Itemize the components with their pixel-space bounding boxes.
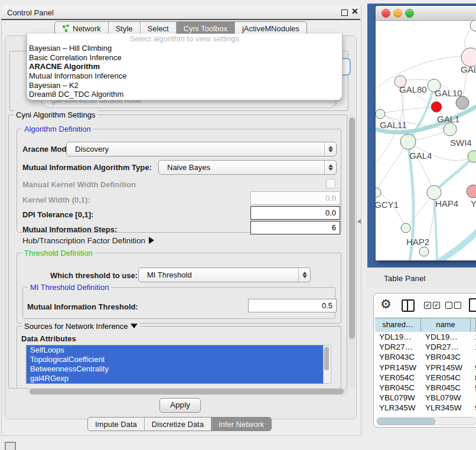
tab-discretize-data[interactable]: Discretize Data <box>145 418 211 431</box>
table-row[interactable]: YER054CYER054C8. <box>375 373 476 383</box>
aracne-mode-combo[interactable]: Discovery <box>66 142 337 156</box>
tab-infer-network[interactable]: Infer Network <box>211 418 271 431</box>
table-cell: YDL19… <box>375 332 421 342</box>
select-all-icon[interactable]: ✓✓ <box>424 302 440 309</box>
checked-checkbox-icon: ✓ <box>424 302 431 309</box>
table-cell: YDL19… <box>421 332 471 342</box>
table-row[interactable]: YDR27…YDR27…12 <box>375 342 476 352</box>
settings-horizontal-scrollbar[interactable] <box>28 388 347 395</box>
tab-impute-data[interactable]: Impute Data <box>88 418 145 431</box>
data-attributes-list[interactable]: SelfLoopsTopologicalCoefficientBetweenne… <box>26 345 324 384</box>
attribute-item[interactable]: gal4RGexp <box>27 374 323 383</box>
gear-icon[interactable]: ⚙ <box>380 297 392 311</box>
algorithm-dropdown-popup: Select algorithm to view settings Bayesi… <box>27 34 343 100</box>
tab-network-label: Network <box>73 24 101 33</box>
table-cell: 9. <box>471 413 476 416</box>
kernel-width-label: Kernel Width (0,1): <box>22 195 90 204</box>
manual-kernel-checkbox[interactable] <box>326 179 335 188</box>
scrollbar-thumb[interactable] <box>377 418 435 425</box>
table-row[interactable]: YBL079WYBL079W <box>375 393 476 403</box>
apply-button[interactable]: Apply <box>159 398 201 413</box>
attribute-item[interactable]: BetweennessCentrality <box>27 364 323 374</box>
network-node-HAP2[interactable] <box>401 223 410 233</box>
table-row[interactable]: YBR043CYBR043C <box>375 352 476 362</box>
tab-jactivemnodules[interactable]: jActiveMNodules <box>235 22 307 35</box>
scrollbar-thumb[interactable] <box>30 389 344 394</box>
control-panel-titlebar[interactable] <box>1 6 360 20</box>
close-traffic-light-icon[interactable] <box>382 9 390 18</box>
network-node-GAL11[interactable] <box>376 109 385 119</box>
panel-splitter-handle[interactable] <box>357 219 361 224</box>
sources-legend[interactable]: Sources for Network Inference <box>22 322 140 331</box>
table-horizontal-scrollbar[interactable] <box>376 417 476 425</box>
table-row[interactable]: YDL19…YDL19…13 <box>375 332 476 342</box>
network-node-node-bottom[interactable] <box>419 247 429 256</box>
table-row[interactable]: YPR145WYPR145W9. <box>375 363 476 373</box>
table-cell: YIL052C <box>421 413 471 416</box>
network-node-HAP4[interactable] <box>427 185 441 200</box>
algorithm-option[interactable]: Basic Correlation Inference <box>27 53 342 63</box>
column-header[interactable]: name <box>421 318 471 332</box>
mi-threshold-label: Mutual Information Threshold: <box>27 302 138 311</box>
mi-steps-input[interactable]: 6 <box>250 221 340 234</box>
new-table-icon[interactable] <box>469 298 476 312</box>
column-header[interactable] <box>471 318 476 332</box>
close-icon[interactable]: ✕ <box>351 6 358 16</box>
minimize-traffic-light-icon[interactable] <box>393 9 402 18</box>
table-cell: YBR043C <box>421 352 471 362</box>
tab-select[interactable]: Select <box>141 22 177 35</box>
algorithm-option[interactable]: Mutual Information Inference <box>27 71 342 81</box>
deselect-all-icon[interactable] <box>445 302 461 309</box>
attribute-item[interactable]: SelfLoops <box>27 345 323 355</box>
network-node-GAL4[interactable] <box>400 134 416 149</box>
network-node-GCY1[interactable] <box>376 188 381 197</box>
network-node-node-top-right[interactable] <box>470 21 476 31</box>
table-cell: 9. <box>471 383 476 393</box>
node-label-HAP4: HAP4 <box>435 198 458 208</box>
float-window-icon[interactable] <box>341 9 348 16</box>
network-node-red-node[interactable] <box>431 102 442 112</box>
node-label-pink-right: Y <box>471 198 476 208</box>
column-header[interactable]: shared… <box>375 318 421 332</box>
dpi-tolerance-input[interactable]: 0.0 <box>250 206 340 220</box>
kernel-width-input[interactable]: 0.0 <box>250 191 340 205</box>
attribute-item[interactable]: TopologicalCoefficient <box>27 355 323 364</box>
algorithm-option[interactable]: ARACNE Algorithm <box>27 62 342 71</box>
node-label-SWI4: SWI4 <box>450 138 472 148</box>
settings-vertical-scrollbar[interactable] <box>348 116 356 387</box>
tab-cyni-toolbox[interactable]: Cyni Toolbox <box>177 22 235 35</box>
table-column-headers: shared…name <box>375 318 476 332</box>
table-row[interactable]: YLR345WYLR345W9. <box>375 403 476 413</box>
table-cell: YLR345W <box>421 403 471 413</box>
scrollbar-thumb[interactable] <box>324 347 329 370</box>
table-cell: YER054C <box>421 373 471 383</box>
columns-icon[interactable] <box>402 299 415 312</box>
network-node-gray-node[interactable] <box>456 96 469 109</box>
algorithm-option[interactable]: Bayesian – Hill Climbing <box>27 44 342 53</box>
which-threshold-combo[interactable]: MI Threshold <box>138 268 311 282</box>
attributes-vertical-scrollbar[interactable] <box>323 345 331 384</box>
network-node-pink-right[interactable] <box>467 185 476 198</box>
tab-style[interactable]: Style <box>109 22 141 35</box>
algorithm-option[interactable]: Bayesian – K2 <box>27 81 342 90</box>
table-row[interactable]: YIL052CYIL052C9. <box>375 413 476 416</box>
table-cell: 8. <box>471 373 476 383</box>
node-label-GAL-top: GAL <box>461 64 476 74</box>
scrollbar-thumb[interactable] <box>349 118 355 339</box>
table-row[interactable]: YBR045CYBR045C9. <box>375 383 476 393</box>
node-label-GAL4: GAL4 <box>409 151 432 161</box>
zoom-traffic-light-icon[interactable] <box>405 9 414 18</box>
dock-panel-icon[interactable] <box>5 442 16 450</box>
algorithm-option[interactable]: Dream8 DC_TDC Algorithm <box>27 90 342 99</box>
mi-type-combo[interactable]: Naive Bayes <box>158 160 337 175</box>
network-window-titlebar[interactable] <box>376 6 476 21</box>
tab-network[interactable]: Network <box>55 22 109 35</box>
network-edge-thick <box>434 156 474 193</box>
table-cell: YPR145W <box>375 363 421 373</box>
hub-section-toggle[interactable]: Hub/Transcription Factor Definition <box>22 236 154 245</box>
network-node-GAL1[interactable] <box>444 123 457 136</box>
mi-threshold-input[interactable]: 0.5 <box>248 299 337 312</box>
network-canvas[interactable]: GALGAL80GAL10GAL1GAL11GAL4SWI4GCY1HAP4YH… <box>376 21 476 260</box>
manual-kernel-label: Manual Kernel Width Definition <box>22 180 136 189</box>
table-cell: YDR27… <box>375 342 421 352</box>
